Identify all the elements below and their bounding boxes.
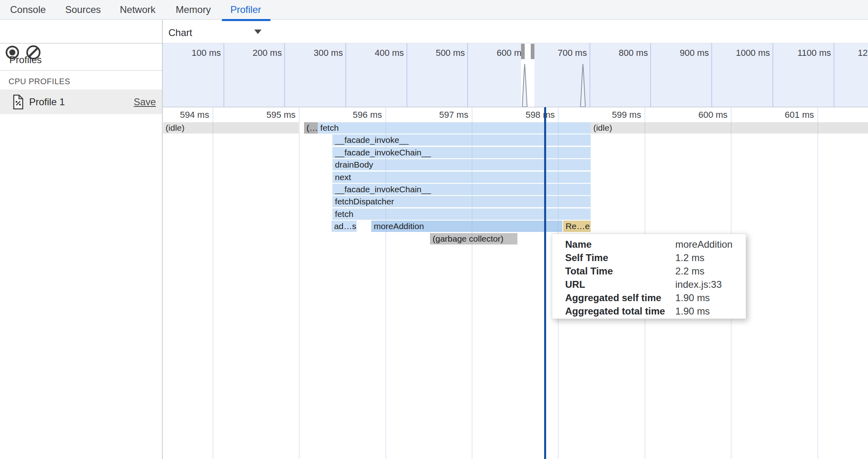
flame-ruler-tick-label: 595 ms [215, 110, 296, 120]
flame-ruler-tick-label: 601 ms [733, 110, 814, 120]
flame-bar-js[interactable]: drainBody [332, 159, 591, 170]
flame-ruler-tick-label: 594 ms [163, 110, 209, 120]
flame-bar-gc[interactable]: (garbage collector) [430, 233, 517, 244]
flame-bar-js[interactable]: fetch [332, 208, 591, 220]
active-tab-underline [222, 19, 270, 21]
flame-bar-js[interactable]: fetch [318, 122, 591, 134]
cpu-activity-spikes [163, 43, 868, 107]
profiler-toolbar [0, 20, 162, 44]
flame-ruler-tick-label: 599 ms [560, 110, 641, 120]
flame-chart[interactable]: 594 ms595 ms596 ms597 ms598 ms599 ms600 … [163, 107, 868, 459]
profiles-header: Profiles [0, 43, 162, 71]
flame-gridline [213, 107, 213, 459]
view-mode-select[interactable]: Chart [163, 21, 268, 43]
flame-ruler-tick-label: 596 ms [301, 110, 382, 120]
tooltip-row-value: index.js:33 [675, 279, 722, 290]
tooltip-row-label: URL [565, 279, 585, 290]
tooltip-row-label: Total Time [565, 266, 613, 277]
flame-bar-js[interactable]: fetchDispatcher [332, 196, 591, 207]
tab-profiler[interactable]: Profiler [230, 4, 261, 15]
flame-gridline [299, 107, 300, 459]
flame-bar-idle[interactable]: (idle) [591, 122, 868, 134]
flame-bar-warm[interactable]: Re…e [563, 221, 591, 232]
profile-file-icon [13, 94, 24, 110]
devtools-profiler-panel: ConsoleSourcesNetworkMemoryProfiler Prof… [0, 0, 868, 459]
tooltip-row: Self Time1.2 ms [552, 252, 746, 264]
tab-bar: ConsoleSourcesNetworkMemoryProfiler [0, 0, 868, 20]
tooltip-row: NamemoreAddition [552, 239, 746, 250]
view-mode-value: Chart [168, 27, 192, 38]
timeline-overview[interactable]: 100 ms200 ms300 ms400 ms500 ms600 ms700 … [163, 43, 868, 108]
flame-ruler-tick-label: 598 ms [474, 110, 555, 120]
flame-bar-js[interactable]: next [332, 172, 591, 183]
tab-console[interactable]: Console [10, 4, 46, 15]
flame-bar-js[interactable]: ad…s [332, 221, 357, 232]
flame-bar-js-selected[interactable]: moreAddition [371, 221, 562, 232]
profile-list-item[interactable]: Profile 1 Save [0, 89, 162, 114]
tab-network[interactable]: Network [120, 4, 155, 15]
tooltip-row-value: 2.2 ms [675, 266, 704, 277]
profile-name: Profile 1 [29, 96, 65, 108]
tooltip-row-label: Name [565, 239, 591, 250]
chevron-down-icon [254, 30, 262, 34]
tooltip-row-label: Self Time [565, 252, 608, 264]
tab-memory[interactable]: Memory [176, 4, 211, 15]
tooltip-row-label: Aggregated total time [565, 306, 665, 317]
save-profile-link[interactable]: Save [134, 96, 156, 108]
tooltip-row-label: Aggregated self time [565, 292, 661, 304]
flame-bar-js[interactable]: __facade_invokeChain__ [332, 184, 591, 195]
flame-ruler-tick-label: 597 ms [387, 110, 468, 120]
flame-bar-idle[interactable]: (idle) [163, 122, 299, 134]
frame-details-tooltip: NamemoreAdditionSelf Time1.2 msTotal Tim… [552, 234, 746, 319]
selected-time-marker [544, 107, 546, 459]
flame-gridline [817, 107, 818, 459]
flame-ruler-tick-label: 600 ms [647, 110, 728, 120]
flame-bar-js[interactable]: __facade_invoke__ [332, 134, 591, 146]
flame-bar-system[interactable]: (… [304, 122, 318, 134]
profiles-header-label: Profiles [9, 54, 42, 66]
tab-sources[interactable]: Sources [65, 4, 101, 15]
tooltip-row: Total Time2.2 ms [552, 266, 746, 277]
tooltip-row: Aggregated self time1.90 ms [552, 292, 746, 304]
tooltip-row: Aggregated total time1.90 ms [552, 306, 746, 317]
tooltip-row: URLindex.js:33 [552, 279, 746, 290]
tooltip-row-value: moreAddition [675, 239, 732, 250]
tooltip-row-value: 1.2 ms [675, 252, 704, 264]
cpu-profiles-section-label: CPU PROFILES [9, 77, 70, 86]
tooltip-row-value: 1.90 ms [675, 292, 710, 304]
tooltip-row-value: 1.90 ms [675, 306, 710, 317]
flame-bar-js[interactable]: __facade_invokeChain__ [332, 147, 591, 158]
